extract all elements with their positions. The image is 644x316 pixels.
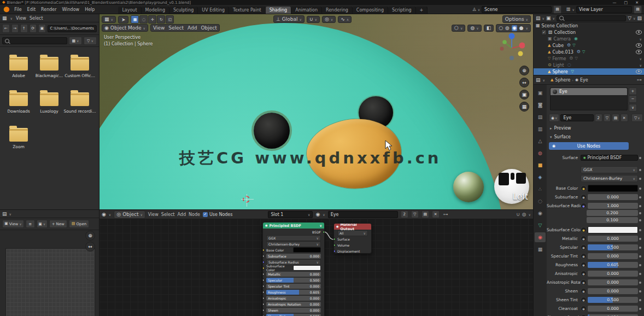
image-editor-type-icon[interactable]: ▤ [2, 212, 7, 216]
sheen-tint-input-toggle[interactable]: ● [581, 297, 587, 303]
keyframe-dot[interactable] [638, 178, 642, 180]
scene-selector[interactable]: Scene [482, 6, 552, 13]
file-search-input[interactable] [2, 37, 67, 44]
chevron-down-icon[interactable]: ∨ [640, 57, 642, 61]
nav-up-button[interactable]: ↑ [20, 24, 28, 33]
folder-item[interactable]: Sound recordi... [65, 92, 95, 114]
view-layer-icon[interactable]: ▥ [566, 7, 571, 11]
properties-type-icon[interactable]: ▤ [536, 78, 541, 83]
new-scene-button[interactable]: ▤ [553, 5, 561, 14]
chevron-down-icon[interactable]: ∨ [640, 63, 642, 67]
anisotropic-socket[interactable] [262, 297, 265, 300]
viewport-pan-icon[interactable]: ↔ [519, 78, 529, 87]
tab-animation[interactable]: Animation [291, 7, 322, 14]
subsurface-color-swatch[interactable] [293, 265, 321, 271]
sheen-input-toggle[interactable]: ● [581, 288, 587, 294]
nav-back-button[interactable]: ← [2, 24, 10, 33]
surface-shader-field[interactable]: ●Principled BSDF [581, 155, 638, 161]
material-filter-button[interactable]: ▽∨ [631, 114, 643, 122]
specular-slider[interactable]: Specular0.500 [266, 278, 321, 283]
material-users-badge[interactable]: 2 [595, 114, 602, 122]
folder-item[interactable]: Downloads [3, 92, 34, 114]
folder-item[interactable]: Custom Offic... [65, 57, 95, 78]
anisotropic-slider[interactable]: Anisotropic0.000 [266, 296, 321, 301]
specular-tint-slider[interactable]: Specular Tint0.000 [266, 284, 321, 289]
roughness-input-toggle[interactable]: ● [581, 262, 587, 268]
new-collection-icon[interactable]: ▨ [637, 16, 642, 21]
outliner-row-light[interactable]: ⊙ Light ◌ ∨ [534, 62, 644, 68]
tab-modifiers[interactable]: ◈ [535, 172, 546, 182]
anisotropic-rotation-socket[interactable] [262, 303, 265, 306]
tab-constraints[interactable]: ◉ [535, 208, 546, 218]
minimize-button[interactable]: — [613, 1, 617, 5]
transform-orientation-dropdown[interactable]: ⊥Global∨ [273, 15, 305, 23]
distribution-dropdown[interactable]: GGX∨ [581, 166, 638, 173]
slot-specials-button[interactable]: ∨ [629, 104, 637, 112]
image-view-menu[interactable]: ▣View∨ [2, 220, 24, 228]
image-canvas[interactable] [5, 248, 95, 316]
viewport-tool-dropdown[interactable]: ▦∨ [102, 16, 116, 23]
metallic-slider[interactable]: Metallic0.000 [266, 272, 321, 277]
subsurface-socket[interactable] [262, 255, 265, 258]
tab-particles[interactable]: ∴ [535, 184, 546, 194]
sheen-tint-slider[interactable]: Sheen Tint0.500 [266, 314, 321, 316]
base-color-swatch[interactable] [588, 185, 638, 192]
menu-edit[interactable]: Edit [25, 7, 39, 12]
roughness-socket[interactable] [262, 291, 265, 294]
filter-button[interactable]: ▽∨ [84, 37, 97, 45]
clearcoat-slider[interactable]: 0.000 [588, 306, 638, 312]
solid-shading-icon[interactable]: ◍ [505, 26, 510, 31]
mode-dropdown[interactable]: ◉Object Mode∨ [102, 24, 148, 32]
show-gizmo-dropdown[interactable]: ⬡∨ [452, 25, 465, 32]
outliner-display-icon[interactable]: ▣ [546, 16, 551, 21]
anisotropic-input-toggle[interactable]: ● [581, 271, 587, 277]
viewport-zoom-icon[interactable]: ⊕ [519, 66, 529, 75]
outliner-row-scene-collection[interactable]: ▦ Scene Collection [534, 22, 644, 29]
output-target-dropdown[interactable]: All∨ [337, 230, 368, 236]
outliner-type-icon[interactable]: ▤ [536, 16, 541, 21]
tab-material[interactable]: ◉ [535, 232, 546, 242]
anisotropic-rotation-slider[interactable]: 0.000 [588, 279, 638, 285]
tab-tool[interactable]: ▣ [535, 88, 546, 98]
new-image-button[interactable]: +New [49, 220, 67, 228]
base-color-socket[interactable] [262, 249, 265, 251]
add-workspace-button[interactable]: + [416, 7, 428, 14]
image-pan-icon[interactable]: ↔ [85, 242, 95, 251]
material-slots-list[interactable]: Eye [550, 87, 628, 110]
tab-view-layer[interactable]: ▥ [535, 124, 546, 134]
specular-tint-input-toggle[interactable]: ● [581, 253, 587, 259]
folder-item[interactable]: Adobe [3, 57, 34, 78]
breadcrumb-material[interactable]: Eye [580, 78, 588, 83]
keyframe-dot[interactable] [638, 290, 642, 292]
specular-socket[interactable] [262, 279, 265, 282]
tab-world[interactable]: ◍ [535, 148, 546, 158]
tab-modeling[interactable]: Modeling [142, 7, 169, 14]
pin-icon[interactable]: ⊶ [637, 78, 642, 83]
viewport-3d[interactable]: ▦∨ ➤ ▦ ◌ ✛ ↻ ◱ ⊥Global∨ ∪∨ ◎∨ ∿∧ Options… [99, 14, 533, 209]
tool-cursor-icon[interactable]: ◌ [139, 15, 148, 24]
subsurface-radius-socket[interactable] [262, 261, 265, 264]
keyframe-dot[interactable] [638, 157, 642, 159]
base-color-input-toggle[interactable]: ● [581, 185, 587, 191]
subsurface-input-toggle[interactable]: ● [581, 194, 587, 200]
roughness-slider[interactable]: Roughness0.605 [266, 290, 321, 295]
keyframe-dot[interactable] [638, 196, 642, 198]
refresh-button[interactable]: ⟳ [30, 24, 37, 33]
sheen-tint-slider[interactable]: 0.500 [588, 297, 638, 303]
tool-select-box-icon[interactable]: ▦ [131, 15, 139, 24]
anisotropic-slider[interactable]: 0.000 [588, 271, 638, 277]
menu-help[interactable]: Help [82, 7, 97, 12]
outliner-filter-icon[interactable]: ▽ [628, 16, 631, 21]
wireframe-shading-icon[interactable]: ○ [499, 26, 503, 31]
tab-texture-paint[interactable]: Texture Paint [229, 7, 266, 14]
tab-object-data[interactable]: ▽ [535, 220, 546, 230]
menu-window[interactable]: Window [60, 7, 83, 12]
viewport-menu-add[interactable]: Add [188, 25, 197, 31]
keyframe-dot[interactable] [638, 264, 642, 266]
outliner-search-input[interactable] [557, 15, 626, 21]
folder-item[interactable]: Zoom [3, 128, 34, 149]
specular-input-toggle[interactable]: ● [581, 244, 587, 250]
add-slot-button[interactable]: + [629, 87, 637, 95]
tab-uv-editing[interactable]: UV Editing [198, 7, 229, 14]
open-image-button[interactable]: ▨Open [69, 220, 89, 228]
